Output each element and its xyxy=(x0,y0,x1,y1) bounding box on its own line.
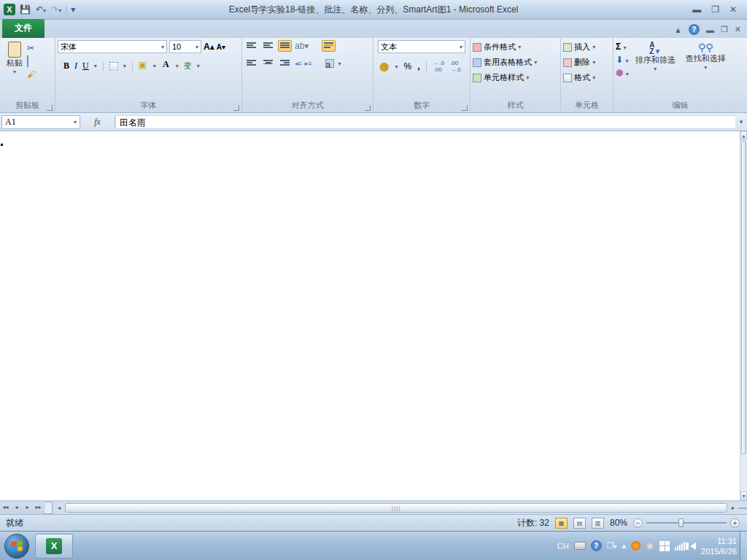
number-format-combo[interactable]: 文本▾ xyxy=(378,40,465,53)
clear-icon[interactable]: ⬢ ▾ xyxy=(616,68,629,78)
start-button[interactable] xyxy=(4,534,29,559)
tray-clock[interactable]: 11:31 2015/6/26 xyxy=(701,536,740,556)
borders-icon[interactable] xyxy=(109,62,118,71)
vscroll-thumb[interactable] xyxy=(741,141,746,454)
fill-color-dropdown-icon[interactable]: ▾ xyxy=(153,63,156,69)
percent-style-icon[interactable]: % xyxy=(403,61,411,71)
format-cells-button[interactable]: 格式 ▾ xyxy=(563,72,611,83)
font-color-dropdown-icon[interactable]: ▾ xyxy=(176,63,179,69)
merge-dropdown-icon[interactable]: ▾ xyxy=(338,61,341,67)
fill-icon[interactable]: ⬇ ▾ xyxy=(616,55,629,65)
normal-view-icon[interactable]: ▦ xyxy=(555,518,568,529)
fill-handle[interactable] xyxy=(0,143,4,147)
wrap-text-icon[interactable] xyxy=(322,40,336,52)
close-button[interactable]: ✕ xyxy=(729,4,737,15)
number-dialog-launcher[interactable] xyxy=(462,105,468,111)
formula-input[interactable]: 田名雨 xyxy=(115,115,735,129)
antivirus-icon[interactable] xyxy=(631,541,640,551)
minimize-button[interactable]: ▬ xyxy=(692,4,701,15)
scroll-left-icon[interactable]: ◂ xyxy=(54,505,64,511)
font-dialog-launcher[interactable] xyxy=(233,105,239,111)
tab-file[interactable]: 文件 xyxy=(2,19,44,38)
align-bottom-icon[interactable] xyxy=(278,40,292,52)
align-top-icon[interactable] xyxy=(244,40,258,52)
collapse-ribbon-icon[interactable]: ▲ xyxy=(674,26,682,34)
orientation-icon[interactable]: ab▾ xyxy=(295,41,309,51)
cut-icon[interactable]: ✂ xyxy=(27,43,36,53)
bold-button[interactable]: B xyxy=(63,61,69,71)
tab-split-handle[interactable] xyxy=(738,508,747,509)
font-color-icon[interactable]: A xyxy=(161,59,171,73)
align-center-icon[interactable] xyxy=(261,58,275,69)
grow-font-icon[interactable]: A▴ xyxy=(204,42,214,52)
zoom-slider-thumb[interactable] xyxy=(678,518,684,527)
doc-restore-button[interactable]: ❐ xyxy=(721,25,728,34)
tray-help-icon[interactable]: ? xyxy=(591,540,602,551)
keyboard-icon[interactable] xyxy=(574,542,586,550)
last-sheet-icon[interactable]: ▸▸ xyxy=(33,502,44,514)
zoom-out-icon[interactable]: − xyxy=(633,518,643,528)
language-indicator[interactable]: CH xyxy=(557,542,569,551)
decrease-indent-icon[interactable]: ◂≡ xyxy=(295,60,302,67)
align-middle-icon[interactable] xyxy=(261,40,275,52)
cell-styles-button[interactable]: 单元格样式 ▾ xyxy=(473,72,558,83)
zoom-level[interactable]: 80% xyxy=(610,518,627,528)
restore-button[interactable]: ❐ xyxy=(711,4,719,15)
scroll-up-icon[interactable]: ▲ xyxy=(740,131,747,140)
increase-decimal-icon[interactable]: ←.0.00 xyxy=(433,60,444,73)
expand-formula-bar-icon[interactable]: ▾ xyxy=(735,118,747,125)
font-name-combo[interactable]: 宋体▾ xyxy=(58,40,167,53)
insert-cells-button[interactable]: 插入 ▾ xyxy=(563,42,611,52)
align-right-icon[interactable] xyxy=(278,58,292,69)
zoom-in-icon[interactable]: + xyxy=(730,518,740,528)
scroll-down-icon[interactable]: ▼ xyxy=(740,491,747,500)
format-painter-icon[interactable]: 🖌 xyxy=(27,69,36,79)
volume-icon[interactable] xyxy=(690,542,696,550)
merge-center-icon[interactable]: a xyxy=(324,58,336,69)
zoom-slider[interactable]: − + xyxy=(633,518,740,528)
insert-worksheet-tab[interactable] xyxy=(44,502,53,514)
redo-icon[interactable]: ↷▾ xyxy=(50,4,63,15)
fill-color-icon[interactable]: ▣ xyxy=(139,60,148,73)
qat-dropdown-icon[interactable]: ▾ xyxy=(69,4,77,15)
accounting-format-icon[interactable]: ⬤ xyxy=(379,61,389,71)
tray-restore-icon[interactable]: ❐▾ xyxy=(607,541,617,551)
autosum-icon[interactable]: Σ ▾ xyxy=(616,42,629,52)
page-break-view-icon[interactable]: ▥ xyxy=(592,518,604,529)
action-center-icon[interactable] xyxy=(659,541,670,551)
alignment-dialog-launcher[interactable] xyxy=(365,105,371,111)
underline-button[interactable]: U xyxy=(82,61,89,71)
first-sheet-icon[interactable]: ◂◂ xyxy=(0,502,11,514)
decrease-decimal-icon[interactable]: .00→.0 xyxy=(450,60,461,73)
conditional-formatting-button[interactable]: 条件格式 ▾ xyxy=(473,42,558,52)
align-left-icon[interactable] xyxy=(244,58,258,69)
doc-close-button[interactable]: ✕ xyxy=(735,25,741,34)
show-desktop-button[interactable] xyxy=(740,532,747,560)
prev-sheet-icon[interactable]: ◂ xyxy=(11,502,22,514)
save-icon[interactable]: 💾 xyxy=(18,4,32,15)
doc-minimize-button[interactable]: ▬ xyxy=(706,26,714,34)
help-icon[interactable]: ? xyxy=(689,24,700,35)
increase-indent-icon[interactable]: ▸≡ xyxy=(305,60,312,67)
font-size-combo[interactable]: 10▾ xyxy=(169,40,201,53)
name-box[interactable]: A1▾ xyxy=(1,115,80,129)
insert-function-icon[interactable]: fx xyxy=(80,117,115,128)
delete-cells-button[interactable]: 删除 ▾ xyxy=(563,57,611,68)
next-sheet-icon[interactable]: ▸ xyxy=(22,502,33,514)
scroll-right-icon[interactable]: ▸ xyxy=(728,505,738,511)
accounting-dropdown-icon[interactable]: ▾ xyxy=(395,63,398,70)
network-icon[interactable] xyxy=(675,542,685,551)
hscroll-thumb[interactable]: |||| xyxy=(65,503,727,513)
clipboard-dialog-launcher[interactable] xyxy=(47,105,53,111)
underline-dropdown-icon[interactable]: ▾ xyxy=(94,63,97,69)
comma-style-icon[interactable]: , xyxy=(417,61,419,71)
show-hidden-icons[interactable]: ▴ xyxy=(622,541,627,551)
taskbar-excel-button[interactable]: X xyxy=(35,534,73,559)
page-layout-view-icon[interactable]: ▤ xyxy=(573,518,586,529)
shrink-font-icon[interactable]: A▾ xyxy=(217,43,225,51)
undo-icon[interactable]: ↶▾ xyxy=(34,4,47,15)
phonetic-guide-icon[interactable]: 变 xyxy=(184,61,192,71)
find-select-button[interactable]: ⚲⚲ 查找和选择▾ xyxy=(682,40,729,72)
horizontal-scrollbar[interactable]: ◂ |||| ▸ xyxy=(54,502,747,514)
phonetic-dropdown-icon[interactable]: ▾ xyxy=(197,63,200,69)
